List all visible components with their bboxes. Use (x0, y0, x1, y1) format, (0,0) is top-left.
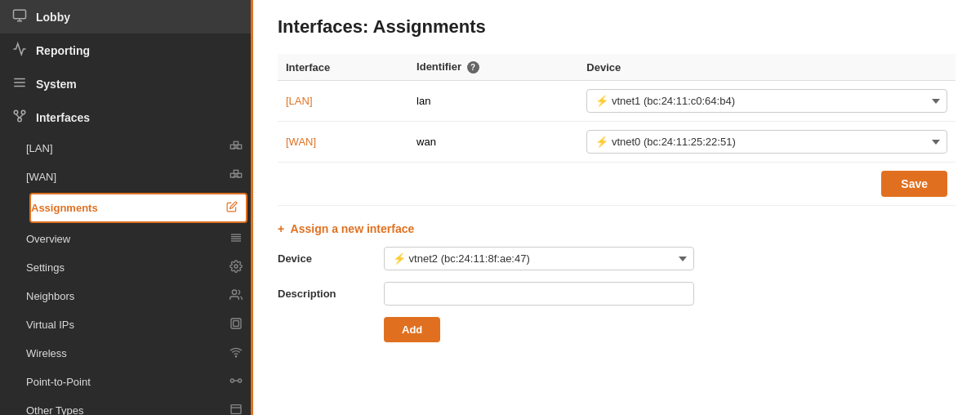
main-content: Interfaces: Assignments Interface Identi… (253, 0, 980, 415)
sidebar-item-overview[interactable]: Overview (26, 225, 251, 253)
identifier-lan-cell: lan (408, 81, 578, 122)
sidebar-label-system: System (36, 78, 77, 91)
wireless-icon (229, 346, 243, 361)
lan-link[interactable]: [LAN] (286, 95, 313, 107)
sidebar-item-settings[interactable]: Settings (26, 253, 251, 282)
sidebar-item-wireless[interactable]: Wireless (26, 339, 251, 368)
save-cell: Save (278, 163, 956, 206)
settings-icon (229, 260, 243, 275)
sidebar-label-reporting: Reporting (36, 44, 90, 57)
new-device-select[interactable]: ⚡ vtnet2 (bc:24:11:8f:ae:47) ⚡ vtnet0 (b… (384, 247, 694, 270)
svg-point-6 (14, 110, 18, 114)
sidebar-label-lobby: Lobby (36, 11, 70, 24)
assignments-table-section: Interface Identifier ? Device [LAN] lan (278, 54, 956, 206)
sidebar-item-neighbors[interactable]: Neighbors (26, 282, 251, 310)
sidebar-label-assignments: Assignments (31, 202, 98, 214)
svg-rect-0 (14, 10, 26, 19)
reporting-icon (11, 42, 28, 59)
sidebar-item-assignments[interactable]: Assignments (29, 193, 247, 223)
interface-lan-cell: [LAN] (278, 81, 408, 122)
device-wan-cell: ⚡ vtnet0 (bc:24:11:25:22:51) ⚡ vtnet1 (b… (578, 122, 956, 163)
interfaces-subnav: [LAN] [WAN] Assignments Overview Setting… (0, 134, 251, 415)
assign-new-interface-section: + Assign a new interface Device ⚡ vtnet2… (278, 222, 956, 342)
sidebar: Lobby Reporting System Interfaces [LAN] … (0, 0, 253, 415)
sidebar-item-point-to-point[interactable]: Point-to-Point (26, 368, 251, 396)
device-form-control: ⚡ vtnet2 (bc:24:11:8f:ae:47) ⚡ vtnet0 (b… (384, 247, 694, 270)
col-header-interface: Interface (278, 54, 408, 81)
system-icon (11, 75, 28, 92)
description-form-row: Description (278, 282, 956, 306)
svg-point-31 (235, 356, 236, 357)
other-types-icon (229, 403, 243, 415)
sidebar-label-interfaces: Interfaces (36, 111, 90, 124)
svg-line-15 (233, 148, 236, 149)
sidebar-label-wireless: Wireless (26, 347, 67, 359)
sidebar-item-virtual-ips[interactable]: Virtual IPs (26, 310, 251, 339)
svg-line-10 (20, 114, 24, 118)
device-form-row: Device ⚡ vtnet2 (bc:24:11:8f:ae:47) ⚡ vt… (278, 247, 956, 270)
svg-rect-29 (231, 319, 241, 328)
virtual-ips-icon (229, 317, 243, 332)
identifier-help-icon[interactable]: ? (467, 61, 479, 74)
assignments-table: Interface Identifier ? Device [LAN] lan (278, 54, 956, 206)
description-input[interactable] (384, 282, 694, 306)
sidebar-label-neighbors: Neighbors (26, 290, 74, 302)
device-lan-select[interactable]: ⚡ vtnet1 (bc:24:11:c0:64:b4) ⚡ vtnet0 (b… (586, 89, 947, 113)
svg-line-9 (16, 114, 20, 118)
save-button[interactable]: Save (881, 171, 947, 197)
overview-icon (229, 231, 243, 247)
svg-rect-13 (234, 141, 238, 145)
svg-point-33 (238, 379, 242, 382)
sidebar-item-wan[interactable]: [WAN] (26, 163, 251, 191)
sidebar-item-lobby[interactable]: Lobby (0, 0, 251, 33)
interface-wan-cell: [WAN] (278, 122, 408, 163)
svg-point-27 (234, 265, 238, 268)
monitor-icon (11, 8, 28, 25)
svg-point-28 (232, 290, 236, 294)
svg-line-21 (233, 176, 236, 177)
sidebar-item-lan[interactable]: [LAN] (26, 134, 251, 163)
lan-icon (229, 141, 243, 156)
assign-section-title: + Assign a new interface (278, 222, 956, 235)
svg-rect-30 (234, 321, 239, 327)
add-row: Add (278, 317, 956, 342)
svg-point-32 (230, 379, 234, 382)
sidebar-item-other-types[interactable]: Other Types (26, 396, 251, 415)
plus-icon: + (278, 222, 284, 235)
sidebar-item-interfaces[interactable]: Interfaces (0, 100, 251, 134)
sidebar-label-lan: [LAN] (26, 142, 53, 154)
sidebar-label-virtual-ips: Virtual IPs (26, 319, 74, 331)
p2p-icon (229, 374, 243, 390)
device-lan-cell: ⚡ vtnet1 (bc:24:11:c0:64:b4) ⚡ vtnet0 (b… (578, 81, 956, 122)
sidebar-label-other-types: Other Types (26, 404, 84, 415)
interfaces-icon (11, 109, 28, 126)
col-header-device: Device (578, 54, 956, 81)
svg-point-8 (18, 118, 22, 122)
description-form-label: Description (278, 288, 384, 300)
sidebar-label-wan: [WAN] (26, 171, 56, 183)
table-row: [LAN] lan ⚡ vtnet1 (bc:24:11:c0:64:b4) ⚡… (278, 81, 956, 122)
edit-icon (226, 201, 238, 215)
sidebar-label-p2p: Point-to-Point (26, 376, 91, 388)
device-wan-select[interactable]: ⚡ vtnet0 (bc:24:11:25:22:51) ⚡ vtnet1 (b… (586, 130, 947, 154)
sidebar-item-reporting[interactable]: Reporting (0, 33, 251, 67)
col-header-identifier: Identifier ? (408, 54, 578, 81)
device-form-label: Device (278, 252, 384, 265)
sidebar-label-overview: Overview (26, 233, 70, 245)
svg-line-22 (236, 176, 239, 177)
neighbors-icon (229, 288, 243, 304)
svg-line-16 (236, 148, 239, 149)
svg-point-7 (21, 110, 25, 114)
identifier-wan-cell: wan (408, 122, 578, 163)
table-row: [WAN] wan ⚡ vtnet0 (bc:24:11:25:22:51) ⚡… (278, 122, 956, 163)
sidebar-item-system[interactable]: System (0, 67, 251, 100)
save-row: Save (278, 163, 956, 206)
svg-rect-35 (231, 405, 241, 414)
wan-link[interactable]: [WAN] (286, 136, 316, 148)
add-button[interactable]: Add (384, 317, 440, 342)
page-title: Interfaces: Assignments (278, 16, 956, 38)
sidebar-label-settings: Settings (26, 261, 65, 274)
wan-icon (229, 169, 243, 185)
description-form-control (384, 282, 694, 306)
svg-rect-19 (234, 170, 238, 173)
